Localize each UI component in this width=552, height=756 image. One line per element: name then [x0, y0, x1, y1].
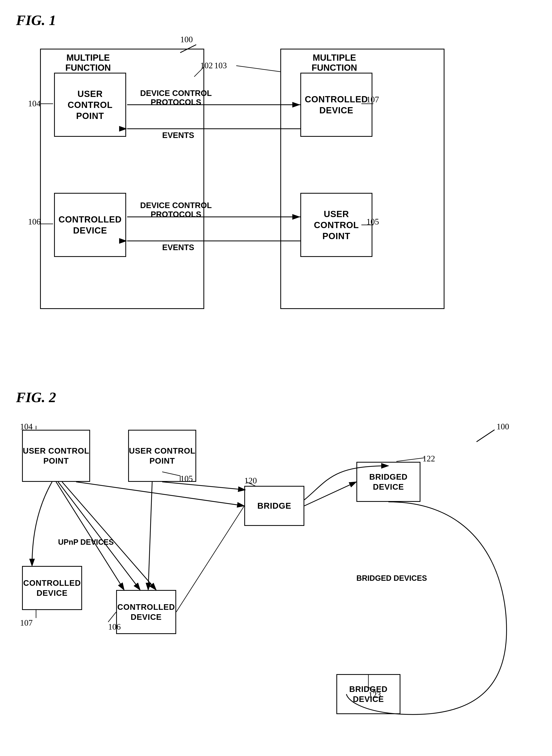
ref-120-fig2: 120: [244, 476, 257, 485]
fig2-bridged1-box: BRIDGED DEVICE: [357, 462, 420, 502]
fig2-bridged-devices-label: BRIDGED DEVICES: [357, 574, 427, 583]
ref-106-fig2: 106: [108, 622, 121, 632]
fig2-container: 100 USER CONTROL POINT USER CONTROL POIN…: [16, 410, 537, 756]
svg-line-21: [148, 482, 152, 590]
fig2-ucp-left-box: USER CONTROL POINT: [22, 430, 90, 482]
fig1-events2-label: EVENTS: [162, 243, 194, 252]
ref-100-fig2: 100: [497, 422, 509, 431]
fig1-label: FIG. 1: [16, 12, 536, 29]
page: FIG. 1 100 MULTIPLE FUNCTION DEVICE MULT…: [0, 0, 552, 756]
fig1-dcp2-label: DEVICE CONTROL PROTOCOLS: [140, 201, 212, 219]
fig1-ucp-right-box: USER CONTROL POINT: [300, 193, 373, 257]
svg-line-19: [76, 482, 244, 506]
ref-103-fig1: 103: [214, 61, 227, 70]
fig1-container: 100 MULTIPLE FUNCTION DEVICE MULTIPLE FU…: [16, 33, 537, 373]
ref-107-fig2: 107: [20, 618, 33, 628]
fig1-ucp-left-box: USER CONTROL POINT: [54, 73, 126, 137]
fig2-label: FIG. 2: [16, 389, 536, 406]
svg-line-26: [396, 458, 424, 462]
svg-line-20: [162, 482, 245, 490]
fig1-events1-label: EVENTS: [162, 131, 194, 140]
ref-102-fig1: 102: [200, 61, 213, 70]
fig2-bridge-box: BRIDGE: [244, 486, 304, 526]
fig2-controlled2-box: CONTROLLED DEVICE: [116, 590, 176, 634]
ref-106: 106: [28, 217, 41, 227]
fig2-upnp-devices-label: UPnP DEVICES: [58, 538, 114, 546]
ref-105: 105: [367, 217, 379, 227]
fig2-controlled1-box: CONTROLLED DEVICE: [22, 566, 82, 610]
ref-105-fig2: 105: [180, 474, 193, 483]
fig2-section: FIG. 2 100 USER CONTROL POINT USER CONTR…: [16, 389, 536, 756]
svg-line-23: [108, 612, 116, 622]
ref-123-fig2: 123: [369, 690, 381, 700]
ref-104: 104: [28, 99, 41, 108]
ref-107: 107: [367, 95, 379, 104]
svg-line-30: [176, 506, 244, 612]
ref-100-fig1: 100: [180, 35, 193, 44]
ref-122-fig2: 122: [422, 454, 435, 464]
fig1-controlled-left-box: CONTROLLED DEVICE: [54, 193, 126, 257]
fig2-svg-arrows: [16, 410, 537, 756]
ref-104-fig2: 104: [20, 422, 33, 431]
svg-line-22: [304, 482, 357, 506]
svg-line-4: [236, 66, 280, 72]
svg-line-14: [476, 430, 495, 442]
fig1-controlled-right-box: CONTROLLED DEVICE: [300, 73, 373, 137]
fig1-dcp1-label: DEVICE CONTROL PROTOCOLS: [140, 89, 212, 107]
